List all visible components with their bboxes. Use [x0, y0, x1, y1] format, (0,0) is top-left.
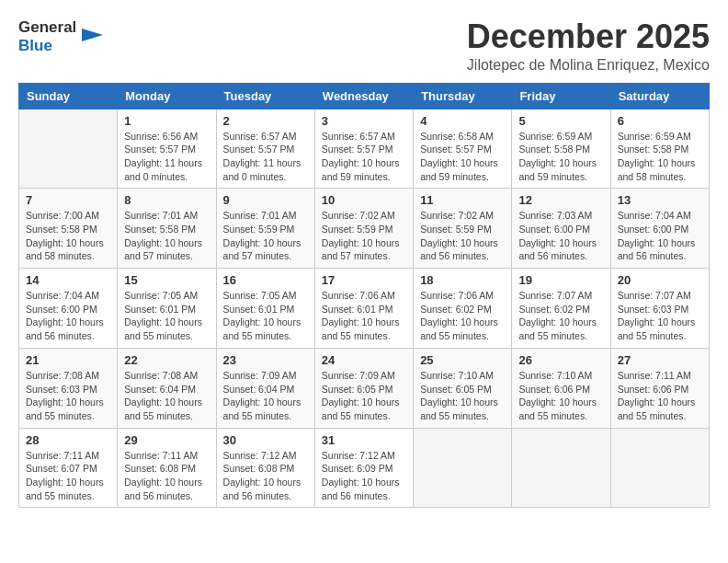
calendar-cell: 22Sunrise: 7:08 AMSunset: 6:04 PMDayligh…	[118, 348, 216, 428]
day-info: Sunrise: 7:01 AMSunset: 5:58 PMDaylight:…	[124, 209, 209, 263]
day-info: Sunrise: 7:04 AMSunset: 6:00 PMDaylight:…	[618, 209, 702, 263]
calendar-cell: 24Sunrise: 7:09 AMSunset: 6:05 PMDayligh…	[314, 348, 413, 428]
day-number: 24	[322, 353, 406, 367]
day-info: Sunrise: 7:12 AMSunset: 6:08 PMDaylight:…	[223, 449, 308, 503]
day-info: Sunrise: 7:00 AMSunset: 5:58 PMDaylight:…	[26, 209, 110, 263]
day-number: 11	[420, 193, 505, 207]
day-info: Sunrise: 6:56 AMSunset: 5:57 PMDaylight:…	[124, 130, 209, 184]
day-number: 26	[518, 353, 603, 367]
calendar-cell: 9Sunrise: 7:01 AMSunset: 5:59 PMDaylight…	[216, 189, 314, 269]
day-info: Sunrise: 6:59 AMSunset: 5:58 PMDaylight:…	[518, 130, 603, 184]
day-info: Sunrise: 7:10 AMSunset: 6:06 PMDaylight:…	[518, 369, 603, 423]
calendar-cell: 6Sunrise: 6:59 AMSunset: 5:58 PMDaylight…	[610, 109, 709, 189]
weekday-header-tuesday: Tuesday	[216, 83, 314, 109]
day-number: 5	[518, 114, 603, 128]
logo-arrow-icon	[77, 21, 105, 52]
day-number: 27	[618, 353, 702, 367]
calendar-week-row: 14Sunrise: 7:04 AMSunset: 6:00 PMDayligh…	[19, 269, 710, 349]
calendar-cell: 13Sunrise: 7:04 AMSunset: 6:00 PMDayligh…	[610, 189, 709, 269]
day-number: 23	[223, 353, 308, 367]
day-info: Sunrise: 7:03 AMSunset: 6:00 PMDaylight:…	[518, 209, 603, 263]
day-info: Sunrise: 7:08 AMSunset: 6:04 PMDaylight:…	[124, 369, 209, 423]
calendar-cell: 20Sunrise: 7:07 AMSunset: 6:03 PMDayligh…	[610, 269, 709, 349]
day-number: 6	[618, 114, 702, 128]
calendar-table: SundayMondayTuesdayWednesdayThursdayFrid…	[18, 83, 710, 509]
calendar-cell: 7Sunrise: 7:00 AMSunset: 5:58 PMDaylight…	[19, 189, 118, 269]
day-number: 28	[26, 433, 110, 447]
calendar-cell	[19, 109, 118, 189]
day-info: Sunrise: 7:02 AMSunset: 5:59 PMDaylight:…	[322, 209, 406, 263]
calendar-cell: 3Sunrise: 6:57 AMSunset: 5:57 PMDaylight…	[314, 109, 413, 189]
weekday-header-monday: Monday	[118, 83, 216, 109]
day-number: 7	[26, 193, 110, 207]
day-info: Sunrise: 7:09 AMSunset: 6:04 PMDaylight:…	[223, 369, 308, 423]
day-info: Sunrise: 7:05 AMSunset: 6:01 PMDaylight:…	[124, 289, 209, 343]
day-info: Sunrise: 7:09 AMSunset: 6:05 PMDaylight:…	[322, 369, 406, 423]
day-number: 25	[420, 353, 505, 367]
day-info: Sunrise: 7:11 AMSunset: 6:07 PMDaylight:…	[26, 449, 110, 503]
day-info: Sunrise: 7:12 AMSunset: 6:09 PMDaylight:…	[322, 449, 406, 503]
calendar-cell: 2Sunrise: 6:57 AMSunset: 5:57 PMDaylight…	[216, 109, 314, 189]
day-number: 8	[124, 193, 209, 207]
day-number: 10	[322, 193, 406, 207]
day-info: Sunrise: 7:07 AMSunset: 6:02 PMDaylight:…	[518, 289, 603, 343]
day-info: Sunrise: 7:06 AMSunset: 6:02 PMDaylight:…	[420, 289, 505, 343]
calendar-week-row: 28Sunrise: 7:11 AMSunset: 6:07 PMDayligh…	[19, 428, 710, 508]
weekday-header-thursday: Thursday	[414, 83, 512, 109]
day-info: Sunrise: 7:08 AMSunset: 6:03 PMDaylight:…	[26, 369, 110, 423]
calendar-cell: 28Sunrise: 7:11 AMSunset: 6:07 PMDayligh…	[19, 428, 118, 508]
calendar-cell: 1Sunrise: 6:56 AMSunset: 5:57 PMDaylight…	[118, 109, 216, 189]
day-info: Sunrise: 6:57 AMSunset: 5:57 PMDaylight:…	[322, 130, 406, 184]
calendar-cell: 27Sunrise: 7:11 AMSunset: 6:06 PMDayligh…	[610, 348, 709, 428]
day-info: Sunrise: 7:02 AMSunset: 5:59 PMDaylight:…	[420, 209, 505, 263]
day-number: 12	[518, 193, 603, 207]
calendar-cell: 5Sunrise: 6:59 AMSunset: 5:58 PMDaylight…	[512, 109, 610, 189]
weekday-header-sunday: Sunday	[19, 83, 118, 109]
calendar-cell: 16Sunrise: 7:05 AMSunset: 6:01 PMDayligh…	[216, 269, 314, 349]
day-info: Sunrise: 6:59 AMSunset: 5:58 PMDaylight:…	[618, 130, 702, 184]
calendar-cell: 23Sunrise: 7:09 AMSunset: 6:04 PMDayligh…	[216, 348, 314, 428]
weekday-header-wednesday: Wednesday	[314, 83, 413, 109]
logo-general-text: General	[18, 18, 76, 36]
calendar-cell: 8Sunrise: 7:01 AMSunset: 5:58 PMDaylight…	[118, 189, 216, 269]
page-header: General Blue December 2025 Jilotepec de …	[18, 18, 710, 74]
calendar-week-row: 7Sunrise: 7:00 AMSunset: 5:58 PMDaylight…	[19, 189, 710, 269]
calendar-cell: 29Sunrise: 7:11 AMSunset: 6:08 PMDayligh…	[118, 428, 216, 508]
day-info: Sunrise: 7:11 AMSunset: 6:06 PMDaylight:…	[618, 369, 702, 423]
weekday-header-saturday: Saturday	[610, 83, 709, 109]
day-info: Sunrise: 7:06 AMSunset: 6:01 PMDaylight:…	[322, 289, 406, 343]
calendar-cell: 31Sunrise: 7:12 AMSunset: 6:09 PMDayligh…	[314, 428, 413, 508]
day-info: Sunrise: 7:01 AMSunset: 5:59 PMDaylight:…	[223, 209, 308, 263]
calendar-cell: 25Sunrise: 7:10 AMSunset: 6:05 PMDayligh…	[414, 348, 512, 428]
logo-area: General Blue	[18, 18, 105, 55]
day-info: Sunrise: 7:10 AMSunset: 6:05 PMDaylight:…	[420, 369, 505, 423]
svg-marker-0	[82, 29, 103, 41]
day-number: 19	[518, 273, 603, 287]
title-area: December 2025 Jilotepec de Molina Enriqu…	[467, 18, 710, 74]
calendar-cell: 10Sunrise: 7:02 AMSunset: 5:59 PMDayligh…	[314, 189, 413, 269]
day-number: 14	[26, 273, 110, 287]
calendar-cell: 21Sunrise: 7:08 AMSunset: 6:03 PMDayligh…	[19, 348, 118, 428]
month-title: December 2025	[467, 18, 710, 55]
calendar-cell	[512, 428, 610, 508]
calendar-cell: 17Sunrise: 7:06 AMSunset: 6:01 PMDayligh…	[314, 269, 413, 349]
weekday-header-friday: Friday	[512, 83, 610, 109]
day-info: Sunrise: 7:05 AMSunset: 6:01 PMDaylight:…	[223, 289, 308, 343]
day-number: 18	[420, 273, 505, 287]
calendar-week-row: 1Sunrise: 6:56 AMSunset: 5:57 PMDaylight…	[19, 109, 710, 189]
calendar-cell: 19Sunrise: 7:07 AMSunset: 6:02 PMDayligh…	[512, 269, 610, 349]
day-number: 29	[124, 433, 209, 447]
day-info: Sunrise: 7:07 AMSunset: 6:03 PMDaylight:…	[618, 289, 702, 343]
day-number: 9	[223, 193, 308, 207]
day-number: 4	[420, 114, 505, 128]
calendar-cell	[610, 428, 709, 508]
calendar-cell: 26Sunrise: 7:10 AMSunset: 6:06 PMDayligh…	[512, 348, 610, 428]
calendar-cell: 14Sunrise: 7:04 AMSunset: 6:00 PMDayligh…	[19, 269, 118, 349]
location-title: Jilotepec de Molina Enriquez, Mexico	[467, 57, 710, 74]
calendar-week-row: 21Sunrise: 7:08 AMSunset: 6:03 PMDayligh…	[19, 348, 710, 428]
day-number: 30	[223, 433, 308, 447]
day-number: 20	[618, 273, 702, 287]
day-info: Sunrise: 7:04 AMSunset: 6:00 PMDaylight:…	[26, 289, 110, 343]
day-info: Sunrise: 6:57 AMSunset: 5:57 PMDaylight:…	[223, 130, 308, 184]
day-number: 31	[322, 433, 406, 447]
